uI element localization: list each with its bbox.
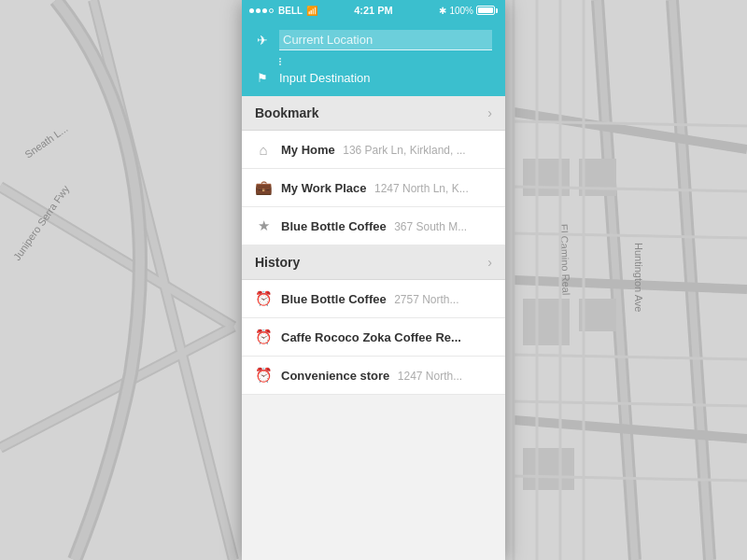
svg-rect-14 xyxy=(523,159,570,196)
item-address: 1247 North Ln, K... xyxy=(374,182,469,195)
list-item[interactable]: ⏰ Convenience store 1247 North... xyxy=(242,357,505,395)
signal-dot-3 xyxy=(262,8,267,13)
history-section-header[interactable]: History › xyxy=(242,245,505,280)
list-item[interactable]: ⏰ Blue Bottle Coffee 2757 North... xyxy=(242,280,505,318)
bookmark-section-header[interactable]: Bookmark › xyxy=(242,96,505,131)
navigation-icon: ✈ xyxy=(255,33,270,48)
status-time: 4:21 PM xyxy=(354,5,393,16)
carrier-label: BELL xyxy=(278,6,303,16)
status-battery-group: ✱ 100% xyxy=(439,6,498,16)
item-name: My Work Place xyxy=(281,181,367,195)
item-address: 136 Park Ln, Kirkland, ... xyxy=(343,144,465,157)
history-title: History xyxy=(255,255,300,270)
status-signal: BELL 📶 xyxy=(249,6,317,16)
clock-icon: ⏰ xyxy=(255,367,272,384)
wifi-icon: 📶 xyxy=(306,6,317,16)
item-address: 1247 North... xyxy=(398,370,462,383)
current-location-input[interactable] xyxy=(279,30,492,50)
route-divider xyxy=(279,58,492,65)
item-name: Caffe Rococo Zoka Coffee Re... xyxy=(281,330,461,344)
current-location-row: ✈ xyxy=(255,30,492,50)
battery-fill xyxy=(478,7,493,13)
briefcase-icon: 💼 xyxy=(255,179,272,196)
signal-dot-4 xyxy=(269,8,274,13)
bookmark-chevron-icon: › xyxy=(487,105,492,120)
list-item[interactable]: ⌂ My Home 136 Park Ln, Kirkland, ... xyxy=(242,131,505,169)
battery-body xyxy=(476,6,495,15)
bluetooth-icon: ✱ xyxy=(439,6,446,16)
clock-icon: ⏰ xyxy=(255,329,272,345)
star-icon: ★ xyxy=(255,217,272,234)
destination-label: Input Destination xyxy=(279,71,371,85)
search-header: ✈ ⚑ Input Destination xyxy=(242,21,505,96)
item-name: My Home xyxy=(281,143,335,157)
item-name: Convenience store xyxy=(281,369,389,383)
item-address: 367 South M... xyxy=(394,220,467,233)
history-chevron-icon: › xyxy=(487,255,492,270)
signal-dot-2 xyxy=(256,8,261,13)
phone-panel: BELL 📶 4:21 PM ✱ 100% ✈ ⚑ Input Destinat… xyxy=(242,0,505,560)
destination-icon: ⚑ xyxy=(255,71,270,85)
status-bar: BELL 📶 4:21 PM ✱ 100% xyxy=(242,0,505,21)
item-name: Blue Bottle Coffee xyxy=(281,219,387,233)
battery-icon xyxy=(476,6,498,15)
svg-text:Huntington Ave: Huntington Ave xyxy=(633,243,644,312)
content-list[interactable]: Bookmark › ⌂ My Home 136 Park Ln, Kirkla… xyxy=(242,96,505,560)
signal-dot-1 xyxy=(249,8,254,13)
battery-tip xyxy=(496,8,498,13)
list-item[interactable]: ★ Blue Bottle Coffee 367 South M... xyxy=(242,207,505,245)
clock-icon: ⏰ xyxy=(255,290,272,307)
battery-percent: 100% xyxy=(449,6,473,16)
list-item[interactable]: ⏰ Caffe Rococo Zoka Coffee Re... xyxy=(242,318,505,357)
item-address: 2757 North... xyxy=(394,293,458,306)
destination-row[interactable]: ⚑ Input Destination xyxy=(255,71,492,85)
list-item[interactable]: 💼 My Work Place 1247 North Ln, K... xyxy=(242,169,505,207)
home-icon: ⌂ xyxy=(255,142,272,158)
svg-rect-16 xyxy=(523,299,570,345)
svg-rect-18 xyxy=(523,448,574,490)
item-name: Blue Bottle Coffee xyxy=(281,292,387,306)
bookmark-title: Bookmark xyxy=(255,105,318,120)
